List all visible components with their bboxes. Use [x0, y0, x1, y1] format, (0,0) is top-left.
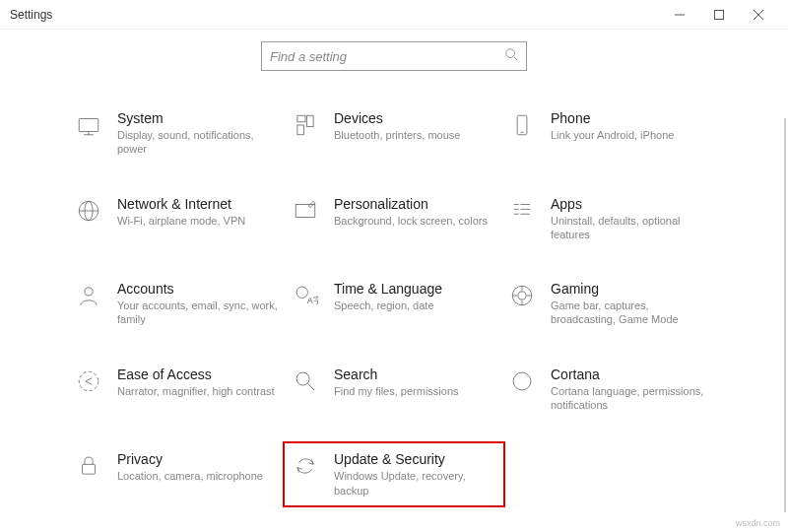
devices-icon	[291, 110, 320, 140]
update-icon	[291, 451, 320, 481]
time-icon: A字	[291, 281, 320, 310]
category-desc: Bluetooth, printers, mouse	[334, 128, 497, 142]
category-desc: Find my files, permissions	[334, 384, 497, 398]
category-title: Search	[334, 366, 497, 382]
maximize-button[interactable]	[699, 0, 739, 30]
privacy-icon	[74, 451, 103, 481]
category-search[interactable]: SearchFind my files, permissions	[291, 366, 497, 413]
minimize-button[interactable]	[660, 0, 699, 30]
search-box[interactable]	[261, 41, 527, 71]
category-phone[interactable]: PhoneLink your Android, iPhone	[507, 110, 714, 157]
category-update[interactable]: Update & SecurityWindows Update, recover…	[283, 441, 505, 507]
svg-point-4	[506, 49, 515, 58]
category-apps[interactable]: AppsUninstall, defaults, optional featur…	[507, 196, 714, 242]
category-text: SearchFind my files, permissions	[334, 366, 497, 398]
svg-rect-11	[297, 125, 304, 135]
svg-rect-10	[307, 115, 314, 126]
category-desc: Wi-Fi, airplane mode, VPN	[117, 214, 281, 228]
personalization-icon	[291, 196, 320, 226]
category-accounts[interactable]: AccountsYour accounts, email, sync, work…	[74, 281, 281, 327]
category-gaming[interactable]: GamingGame bar, captures, broadcasting, …	[507, 281, 714, 327]
svg-rect-1	[715, 10, 724, 19]
category-text: Network & InternetWi-Fi, airplane mode, …	[117, 196, 281, 228]
window-title: Settings	[10, 8, 660, 22]
category-desc: Uninstall, defaults, optional features	[551, 214, 714, 242]
category-text: DevicesBluetooth, printers, mouse	[334, 110, 497, 142]
category-desc: Cortana language, permissions, notificat…	[551, 384, 714, 413]
category-title: Network & Internet	[117, 196, 281, 212]
svg-point-34	[296, 372, 309, 385]
category-personalization[interactable]: PersonalizationBackground, lock screen, …	[291, 196, 497, 242]
category-desc: Display, sound, notifications, power	[117, 128, 281, 157]
svg-rect-12	[517, 115, 527, 135]
apps-icon	[507, 196, 537, 226]
category-text: PhoneLink your Android, iPhone	[551, 110, 714, 142]
category-text: Time & LanguageSpeech, region, date	[334, 281, 497, 312]
svg-point-28	[518, 292, 526, 299]
svg-rect-17	[296, 204, 315, 217]
category-text: Update & SecurityWindows Update, recover…	[334, 451, 497, 498]
accounts-icon	[74, 281, 103, 310]
category-title: Devices	[334, 110, 497, 126]
category-title: Cortana	[551, 366, 714, 382]
svg-point-33	[79, 371, 98, 391]
category-text: AppsUninstall, defaults, optional featur…	[551, 196, 714, 242]
category-text: PersonalizationBackground, lock screen, …	[334, 196, 497, 228]
network-icon	[74, 196, 103, 226]
category-desc: Your accounts, email, sync, work, family	[117, 299, 281, 327]
cortana-icon	[507, 366, 537, 396]
gaming-icon	[507, 281, 537, 310]
category-time[interactable]: A字Time & LanguageSpeech, region, date	[291, 281, 497, 327]
search-icon	[504, 47, 518, 65]
category-desc: Windows Update, recovery, backup	[334, 469, 497, 498]
close-button[interactable]	[739, 0, 778, 30]
content-area: SystemDisplay, sound, notifications, pow…	[0, 30, 788, 498]
category-title: Accounts	[117, 281, 281, 297]
category-network[interactable]: Network & InternetWi-Fi, airplane mode, …	[74, 196, 281, 242]
category-desc: Narrator, magnifier, high contrast	[117, 384, 281, 398]
category-desc: Game bar, captures, broadcasting, Game M…	[551, 299, 714, 327]
titlebar: Settings	[0, 0, 788, 30]
category-title: Update & Security	[334, 451, 497, 467]
category-cortana[interactable]: CortanaCortana language, permissions, no…	[507, 366, 714, 413]
category-text: Ease of AccessNarrator, magnifier, high …	[117, 366, 281, 398]
category-title: Privacy	[117, 451, 281, 467]
category-desc: Background, lock screen, colors	[334, 214, 497, 228]
search-container	[0, 41, 788, 71]
category-text: PrivacyLocation, camera, microphone	[117, 451, 281, 483]
category-privacy[interactable]: PrivacyLocation, camera, microphone	[74, 451, 281, 498]
category-system[interactable]: SystemDisplay, sound, notifications, pow…	[74, 110, 281, 157]
svg-rect-37	[83, 465, 96, 475]
category-text: SystemDisplay, sound, notifications, pow…	[117, 110, 281, 157]
category-desc: Speech, region, date	[334, 299, 497, 312]
search-input[interactable]	[270, 49, 504, 64]
ease-icon	[74, 366, 103, 396]
svg-point-36	[513, 372, 531, 390]
category-title: Phone	[551, 110, 714, 126]
category-ease[interactable]: Ease of AccessNarrator, magnifier, high …	[74, 366, 281, 413]
category-text: CortanaCortana language, permissions, no…	[551, 366, 714, 413]
svg-rect-6	[79, 119, 98, 132]
category-title: Gaming	[551, 281, 714, 297]
category-title: Time & Language	[334, 281, 497, 297]
settings-grid: SystemDisplay, sound, notifications, pow…	[0, 110, 788, 498]
category-title: Apps	[551, 196, 714, 212]
category-text: AccountsYour accounts, email, sync, work…	[117, 281, 281, 327]
search-icon	[291, 366, 320, 396]
window-controls	[660, 0, 778, 30]
svg-line-5	[514, 57, 518, 61]
category-desc: Location, camera, microphone	[117, 469, 281, 483]
category-title: System	[117, 110, 281, 126]
category-title: Personalization	[334, 196, 497, 212]
svg-point-24	[85, 288, 93, 296]
svg-rect-9	[297, 115, 305, 122]
scrollbar[interactable]	[784, 118, 786, 512]
category-text: GamingGame bar, captures, broadcasting, …	[551, 281, 714, 327]
svg-point-25	[296, 287, 307, 298]
watermark: wsxdn.com	[736, 518, 780, 528]
category-devices[interactable]: DevicesBluetooth, printers, mouse	[291, 110, 497, 157]
svg-line-35	[307, 383, 314, 390]
category-desc: Link your Android, iPhone	[551, 128, 714, 142]
system-icon	[74, 110, 103, 140]
category-title: Ease of Access	[117, 366, 281, 382]
